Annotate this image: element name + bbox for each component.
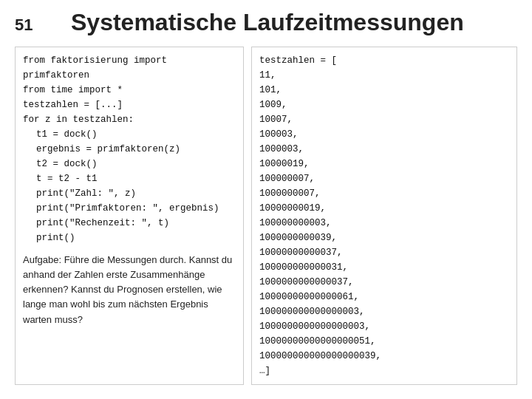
code-line: for z in testzahlen: — [23, 112, 236, 127]
header: 51 Systematische Laufzeitmessungen — [15, 9, 517, 36]
list-item: testzahlen = [ — [259, 53, 509, 68]
list-item: 10000000000037, — [259, 245, 509, 260]
list-item: 100000000000031, — [259, 260, 509, 275]
list-item: 1000003, — [259, 142, 509, 157]
list-item: 1000000000000037, — [259, 275, 509, 290]
list-item: 100000000000000000039, — [259, 349, 509, 364]
list-item: 10000019, — [259, 157, 509, 171]
list-item: 101, — [259, 83, 509, 98]
page: 51 Systematische Laufzeitmessungen from … — [0, 0, 532, 399]
list-item: …] — [259, 364, 509, 378]
code-line: t2 = dock() — [23, 157, 236, 171]
list-item: 10007, — [259, 112, 509, 127]
task-text: Aufgabe: Führe die Messungen durch. Kann… — [23, 253, 236, 327]
list-item: 1000000000000000003, — [259, 319, 509, 334]
slide-number: 51 — [15, 16, 41, 35]
left-panel: from faktorisierung import primfaktorenf… — [15, 47, 244, 385]
list-item: 10000000019, — [259, 201, 509, 216]
code-line: from time import * — [23, 83, 236, 98]
code-line: testzahlen = [...] — [23, 98, 236, 112]
list-item: 1000000007, — [259, 186, 509, 201]
page-title: Systematische Laufzeitmessungen — [71, 9, 464, 36]
right-panel: testzahlen = [11,101,1009,10007,100003,1… — [251, 47, 517, 385]
code-line: from faktorisierung import primfaktoren — [23, 53, 236, 83]
list-item: 100000000003, — [259, 216, 509, 231]
code-line: print("Zahl: ", z) — [23, 186, 236, 201]
list-item: 100000007, — [259, 171, 509, 186]
list-item: 100003, — [259, 127, 509, 142]
code-line: t = t2 - t1 — [23, 171, 236, 186]
list-item: 10000000000000061, — [259, 290, 509, 304]
list-item: 1000000000039, — [259, 231, 509, 245]
content-area: from faktorisierung import primfaktorenf… — [15, 47, 517, 385]
code-line: print() — [23, 231, 236, 245]
list-item: 1009, — [259, 98, 509, 112]
code-line: ergebnis = primfaktoren(z) — [23, 142, 236, 157]
code-line: print("Primfaktoren: ", ergebnis) — [23, 201, 236, 216]
code-line: t1 = dock() — [23, 127, 236, 142]
code-line: print("Rechenzeit: ", t) — [23, 216, 236, 231]
list-item: 100000000000000003, — [259, 304, 509, 319]
list-item: 10000000000000000051, — [259, 334, 509, 349]
code-block: from faktorisierung import primfaktorenf… — [23, 53, 236, 245]
list-item: 11, — [259, 68, 509, 83]
